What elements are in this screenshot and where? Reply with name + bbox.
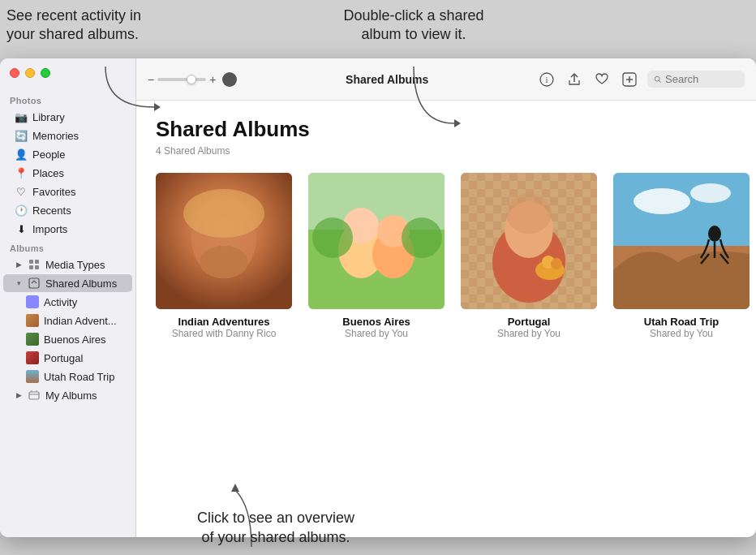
sidebar-item-favorites[interactable]: ♡ Favorites [3, 183, 132, 200]
annotation-top-left: See recent activity inyour shared albums… [6, 6, 250, 45]
sidebar-item-utah-road-trip[interactable]: Utah Road Trip [3, 368, 132, 385]
svg-point-43 [690, 183, 731, 203]
svg-text:i: i [545, 75, 548, 84]
search-input[interactable] [665, 73, 738, 85]
album-thumbnail-indian [156, 173, 292, 309]
sidebar-item-media-types[interactable]: ▶ Media Types [3, 256, 132, 273]
disclosure-icon: ▾ [15, 279, 23, 287]
utah-thumb [26, 370, 39, 383]
recents-icon: 🕐 [15, 204, 28, 217]
sidebar-item-indian-adventures[interactable]: Indian Advent... [3, 312, 132, 329]
toolbar: − + Shared Albums i [136, 58, 756, 101]
svg-rect-3 [29, 260, 33, 264]
people-icon: 👤 [15, 148, 28, 161]
sidebar-item-people[interactable]: 👤 People [3, 145, 132, 163]
sidebar: Photos 📷 Library 🔄 Memories 👤 People 📍 P… [0, 58, 136, 537]
minimize-button[interactable] [25, 68, 35, 78]
album-name: Buenos Aires [342, 316, 410, 328]
album-thumbnail-utah [613, 173, 750, 309]
search-box[interactable] [647, 71, 745, 88]
sidebar-item-imports[interactable]: ⬇ Imports [3, 220, 132, 238]
disclosure-icon: ▶ [15, 260, 23, 269]
svg-rect-8 [29, 392, 39, 399]
sidebar-item-buenos-aires[interactable]: Buenos Aires [3, 330, 132, 348]
portugal-thumb [26, 351, 39, 364]
toolbar-actions: i [537, 70, 745, 89]
svg-point-44 [708, 226, 721, 242]
favorite-button[interactable] [592, 70, 612, 89]
content-area: Shared Albums 4 Shared Albums [136, 101, 756, 537]
album-name: Utah Road Trip [644, 316, 719, 328]
info-button[interactable]: i [537, 70, 556, 89]
sidebar-item-label: Shared Albums [45, 278, 117, 290]
svg-point-39 [551, 258, 562, 269]
album-shared-by: Shared with Danny Rico [172, 328, 277, 339]
svg-point-27 [312, 217, 353, 258]
sidebar-item-label: Buenos Aires [44, 333, 106, 346]
share-button[interactable] [565, 70, 584, 89]
albums-grid: Indian Adventures Shared with Danny Rico [156, 173, 737, 339]
media-types-icon [28, 258, 41, 271]
sidebar-item-label: Imports [32, 223, 67, 235]
zoom-thumb[interactable] [187, 75, 196, 84]
memories-icon: 🔄 [15, 129, 28, 142]
album-thumbnail-buenos [308, 173, 445, 309]
svg-rect-19 [226, 246, 233, 269]
svg-rect-7 [29, 278, 39, 288]
library-icon: 📷 [15, 110, 28, 123]
svg-point-15 [183, 189, 264, 238]
places-icon: 📍 [15, 166, 28, 179]
main-window: Photos 📷 Library 🔄 Memories 👤 People 📍 P… [0, 58, 756, 537]
search-icon [654, 75, 662, 84]
sidebar-item-label: Recents [32, 204, 71, 217]
album-item-portugal[interactable]: Portugal Shared by You [461, 173, 597, 339]
sidebar-item-recents[interactable]: 🕐 Recents [3, 201, 132, 219]
zoom-control: − + [148, 72, 237, 87]
sidebar-item-my-albums[interactable]: ▶ My Albums [3, 386, 132, 404]
svg-rect-18 [217, 246, 224, 269]
my-albums-icon [28, 389, 41, 402]
sidebar-item-memories[interactable]: 🔄 Memories [3, 127, 132, 144]
sidebar-item-label: Favorites [32, 186, 75, 198]
sidebar-item-places[interactable]: 📍 Places [3, 164, 132, 182]
disclosure-icon: ▶ [15, 391, 23, 399]
sidebar-item-label: Indian Advent... [44, 315, 117, 327]
svg-rect-4 [35, 260, 39, 264]
sidebar-item-label: My Albums [45, 389, 97, 402]
sidebar-item-label: Media Types [45, 259, 105, 271]
add-button[interactable] [620, 70, 639, 89]
shared-albums-icon [28, 277, 41, 290]
sidebar-item-label: People [32, 148, 65, 161]
albums-count: 4 Shared Albums [156, 145, 737, 157]
svg-rect-20 [235, 250, 242, 268]
album-item-buenos-aires[interactable]: Buenos Aires Shared by You [308, 173, 445, 339]
zoom-plus-button[interactable]: + [209, 73, 216, 86]
activity-thumb [26, 295, 39, 308]
svg-rect-17 [208, 250, 215, 270]
page-title: Shared Albums [156, 117, 737, 142]
close-button[interactable] [10, 68, 19, 78]
album-item-indian-adventures[interactable]: Indian Adventures Shared with Danny Rico [156, 173, 292, 339]
sidebar-item-shared-albums[interactable]: ▾ Shared Albums [3, 274, 132, 292]
fullscreen-button[interactable] [41, 68, 50, 78]
album-item-utah-road-trip[interactable]: Utah Road Trip Shared by You [613, 173, 750, 339]
album-shared-by: Shared by You [497, 328, 561, 339]
svg-point-28 [402, 217, 442, 258]
svg-rect-5 [29, 265, 33, 269]
main-content-area: − + Shared Albums i [136, 58, 756, 537]
sidebar-item-label: Portugal [44, 352, 83, 364]
album-name: Portugal [508, 316, 551, 328]
sidebar-item-label: Places [32, 167, 64, 179]
traffic-lights [10, 68, 50, 78]
svg-point-12 [655, 76, 659, 81]
sidebar-item-activity[interactable]: Activity [3, 293, 132, 311]
zoom-minus-button[interactable]: − [148, 73, 154, 86]
sidebar-item-label: Library [32, 111, 65, 123]
zoom-slider[interactable] [157, 78, 206, 81]
sidebar-item-library[interactable]: 📷 Library [3, 108, 132, 126]
sidebar-item-label: Utah Road Trip [44, 371, 114, 383]
sidebar-item-portugal[interactable]: Portugal [3, 349, 132, 367]
sidebar-item-label: Activity [44, 296, 77, 308]
albums-section-label: Albums [0, 239, 135, 255]
indian-thumb [26, 314, 39, 327]
